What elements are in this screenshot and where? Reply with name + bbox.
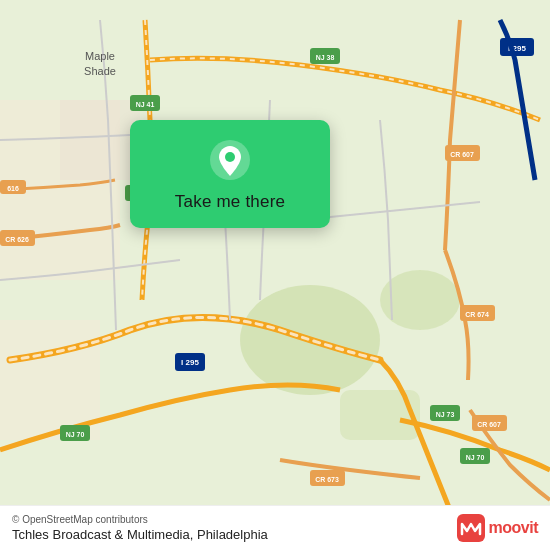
svg-text:CR 607: CR 607 [450, 151, 474, 158]
moovit-logo: moovit [457, 514, 538, 542]
svg-text:NJ 38: NJ 38 [316, 54, 335, 61]
svg-text:CR 607: CR 607 [477, 421, 501, 428]
map-container: I 295 NJ 41 NJ 41 NJ 38 NJ 70 NJ 70 NJ 7… [0, 0, 550, 550]
svg-point-37 [225, 152, 235, 162]
svg-text:CR 674: CR 674 [465, 311, 489, 318]
map-roads-svg: I 295 NJ 41 NJ 41 NJ 38 NJ 70 NJ 70 NJ 7… [0, 0, 550, 550]
take-me-there-button[interactable]: Take me there [175, 192, 285, 212]
location-label: Tchles Broadcast & Multimedia, Philadelp… [12, 527, 268, 542]
svg-text:I 295: I 295 [181, 358, 199, 367]
svg-text:Shade: Shade [84, 65, 116, 77]
bottom-left-info: © OpenStreetMap contributors Tchles Broa… [12, 514, 268, 542]
bottom-bar: © OpenStreetMap contributors Tchles Broa… [0, 505, 550, 550]
svg-text:NJ 73: NJ 73 [436, 411, 455, 418]
moovit-icon [457, 514, 485, 542]
svg-rect-5 [60, 100, 140, 180]
svg-text:NJ 70: NJ 70 [466, 454, 485, 461]
osm-attribution: © OpenStreetMap contributors [12, 514, 268, 525]
svg-text:CR 626: CR 626 [5, 236, 29, 243]
svg-rect-2 [340, 390, 420, 440]
location-card[interactable]: Take me there [130, 120, 330, 228]
location-pin-icon [208, 138, 252, 182]
svg-text:CR 673: CR 673 [315, 476, 339, 483]
svg-text:NJ 41: NJ 41 [136, 101, 155, 108]
svg-text:Maple: Maple [85, 50, 115, 62]
moovit-text: moovit [489, 519, 538, 537]
svg-text:616: 616 [7, 185, 19, 192]
svg-text:NJ 70: NJ 70 [66, 431, 85, 438]
